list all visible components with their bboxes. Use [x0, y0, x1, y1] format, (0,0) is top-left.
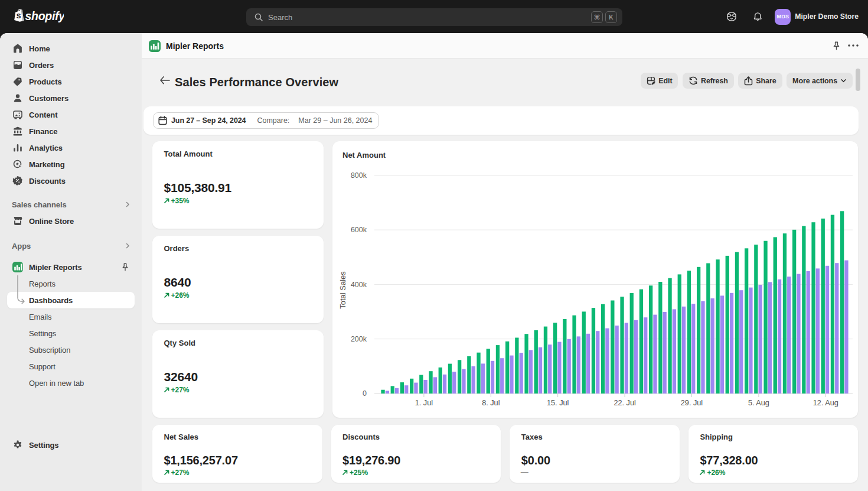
- svg-text:29. Jul: 29. Jul: [681, 399, 703, 407]
- svg-text:600k: 600k: [351, 226, 367, 234]
- svg-text:12. Aug: 12. Aug: [813, 399, 838, 407]
- svg-text:200k: 200k: [351, 335, 367, 343]
- svg-text:Total Sales: Total Sales: [338, 271, 347, 309]
- svg-text:15. Jul: 15. Jul: [547, 399, 569, 407]
- svg-text:8. Jul: 8. Jul: [482, 399, 500, 407]
- svg-text:1. Jul: 1. Jul: [415, 399, 433, 407]
- svg-text:shopify: shopify: [25, 9, 64, 22]
- svg-text:800k: 800k: [351, 171, 367, 180]
- svg-text:0: 0: [363, 389, 367, 398]
- svg-text:22. Jul: 22. Jul: [614, 399, 635, 407]
- svg-text:S: S: [17, 12, 21, 19]
- svg-text:400k: 400k: [351, 281, 367, 289]
- svg-text:5. Aug: 5. Aug: [748, 399, 769, 407]
